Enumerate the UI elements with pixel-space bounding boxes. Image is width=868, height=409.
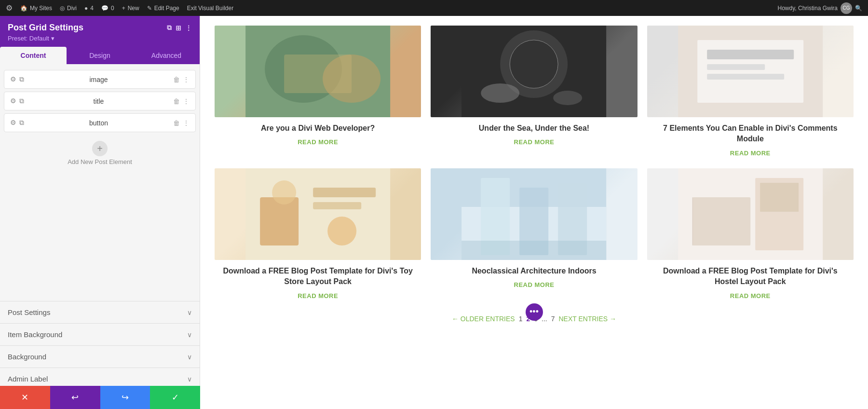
post-image-4 [215, 168, 421, 260]
action-bar: ✕ ↩ ↪ ✓ [0, 386, 200, 409]
element-icons-button: ⚙ ⧉ [10, 119, 24, 127]
wp-logo-item[interactable]: ⚙ [6, 3, 13, 13]
background-section[interactable]: Background ∨ [0, 345, 200, 368]
pagination-dots-button[interactable]: ••• [526, 303, 543, 321]
item-background-section[interactable]: Item Background ∨ [0, 323, 200, 345]
sidebar-title-row: Post Grid Settings ⧉ ⊞ ⋮ [8, 23, 192, 33]
comment-item[interactable]: 💬 0 [101, 5, 114, 12]
main-layout: Post Grid Settings ⧉ ⊞ ⋮ Preset: Default… [0, 16, 868, 409]
post-image-3 [647, 26, 854, 117]
my-sites-item[interactable]: 🏠 My Sites [20, 5, 52, 12]
new-label: New [128, 5, 139, 12]
svg-rect-12 [707, 64, 765, 70]
redo-button[interactable]: ↪ [100, 386, 150, 409]
svg-rect-25 [461, 241, 606, 260]
svg-rect-3 [284, 55, 352, 93]
add-element-button[interactable]: + [92, 141, 108, 156]
save-button[interactable]: ✓ [150, 386, 200, 409]
undo-button[interactable]: ↩ [50, 386, 100, 409]
sidebar-header: Post Grid Settings ⧉ ⊞ ⋮ Preset: Default… [0, 16, 200, 47]
element-name-title: title [29, 97, 168, 105]
post-read-more-1[interactable]: READ MORE [298, 138, 338, 146]
prev-entries-link[interactable]: ← OLDER ENTRIES [452, 315, 515, 323]
post-read-more-3[interactable]: READ MORE [730, 150, 771, 157]
duplicate-icon[interactable]: ⧉ [19, 75, 24, 83]
next-entries-link[interactable]: NEXT ENTRIES → [559, 315, 617, 323]
duplicate-icon-button[interactable]: ⧉ [19, 119, 24, 127]
svg-rect-17 [313, 188, 376, 197]
edit-icon: ✎ [147, 5, 152, 12]
svg-point-6 [510, 40, 558, 88]
sidebar-tabs: Content Design Advanced [0, 47, 200, 64]
drag-icon-button[interactable]: ⋮ [183, 119, 190, 127]
post-image-6 [647, 168, 854, 260]
post-read-more-6[interactable]: READ MORE [730, 292, 771, 300]
post-card-5: Neoclassical Architecture IndoorsREAD MO… [431, 168, 637, 300]
svg-rect-30 [760, 183, 799, 212]
settings-icon-title[interactable]: ⚙ [10, 97, 16, 105]
settings-icon-button[interactable]: ⚙ [10, 119, 16, 127]
post-title-1: Are you a Divi Web Developer? [261, 123, 375, 134]
howdy-section: Howdy, Christina Gwira CG 🔍 [778, 2, 862, 14]
post-image-1 [215, 26, 421, 117]
delete-icon-title[interactable]: 🗑 [173, 97, 180, 105]
post-title-3: 7 Elements You Can Enable in Divi's Comm… [651, 123, 850, 145]
tab-design[interactable]: Design [67, 47, 133, 64]
preset-selector[interactable]: Preset: Default ▾ [8, 35, 192, 42]
post-card-2: Under the Sea, Under the Sea!READ MORE [431, 26, 637, 157]
duplicate-icon-title[interactable]: ⧉ [19, 97, 24, 105]
tab-content[interactable]: Content [0, 47, 67, 64]
divi-item[interactable]: ◎ Divi [60, 5, 77, 12]
post-title-5: Neoclassical Architecture Indoors [472, 266, 596, 276]
element-row-image: ⚙ ⧉ image 🗑 ⋮ [4, 70, 196, 89]
home-icon: 🏠 [20, 5, 27, 12]
post-read-more-5[interactable]: READ MORE [514, 281, 555, 288]
count-4-label: 4 [90, 5, 94, 12]
delete-icon-image[interactable]: 🗑 [173, 76, 180, 83]
copy-layout-icon[interactable]: ⧉ [167, 24, 172, 32]
search-icon[interactable]: 🔍 [855, 5, 862, 12]
divi-label: Divi [67, 5, 77, 12]
post-title-4: Download a FREE Blog Post Template for D… [218, 266, 417, 287]
divi-icon: ◎ [60, 5, 65, 12]
count-4-item[interactable]: ● 4 [84, 5, 94, 12]
settings-icon[interactable]: ⚙ [10, 75, 16, 83]
drag-icon-title[interactable]: ⋮ [183, 97, 190, 105]
post-read-more-4[interactable]: READ MORE [298, 292, 338, 300]
exit-builder-item[interactable]: Exit Visual Builder [187, 5, 234, 12]
element-icons-title: ⚙ ⧉ [10, 97, 24, 105]
avatar: CG [841, 2, 852, 14]
delete-icon-button[interactable]: 🗑 [173, 119, 180, 127]
post-image-5 [431, 168, 637, 260]
svg-point-16 [272, 180, 296, 204]
comment-count-label: 0 [111, 5, 114, 12]
elements-section: ⚙ ⧉ image 🗑 ⋮ ⚙ ⧉ title 🗑 ⋮ [0, 64, 200, 301]
more-options-icon[interactable]: ⋮ [185, 24, 192, 32]
post-image-2 [431, 26, 637, 117]
post-card-6: Download a FREE Blog Post Template for D… [647, 168, 854, 300]
svg-point-19 [327, 217, 356, 245]
element-row-button: ⚙ ⧉ button 🗑 ⋮ [4, 113, 196, 132]
post-settings-section[interactable]: Post Settings ∨ [0, 301, 200, 323]
sidebar-header-icons: ⧉ ⊞ ⋮ [167, 24, 192, 32]
svg-rect-10 [697, 40, 803, 103]
svg-rect-15 [260, 197, 298, 245]
tab-advanced[interactable]: Advanced [133, 47, 200, 64]
edit-page-label: Edit Page [154, 5, 179, 12]
page-7-link[interactable]: 7 [551, 315, 555, 323]
element-actions-button: 🗑 ⋮ [173, 119, 190, 127]
element-actions-image: 🗑 ⋮ [173, 76, 190, 83]
comment-icon: 💬 [101, 5, 108, 12]
sidebar: Post Grid Settings ⧉ ⊞ ⋮ Preset: Default… [0, 16, 200, 409]
cancel-button[interactable]: ✕ [0, 386, 50, 409]
background-label: Background [8, 353, 46, 361]
post-read-more-2[interactable]: READ MORE [514, 138, 555, 146]
grid-icon[interactable]: ⊞ [176, 24, 181, 32]
edit-page-item[interactable]: ✎ Edit Page [147, 5, 179, 12]
post-card-4: Download a FREE Blog Post Template for D… [215, 168, 421, 300]
add-new-element[interactable]: + Add New Post Element [4, 135, 196, 169]
page-1-link[interactable]: 1 [519, 315, 523, 323]
drag-icon-image[interactable]: ⋮ [183, 76, 190, 83]
svg-point-7 [481, 83, 519, 103]
new-item[interactable]: + New [122, 5, 139, 12]
